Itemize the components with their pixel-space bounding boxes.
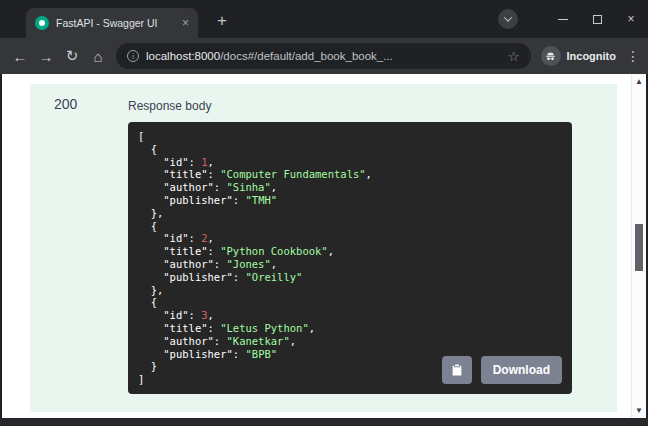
browser-tab[interactable]: FastAPI - Swagger UI × <box>26 8 198 38</box>
url-host: localhost:8000 <box>146 50 220 62</box>
download-button[interactable]: Download <box>481 356 562 384</box>
maximize-icon <box>593 15 602 24</box>
scroll-up-icon[interactable]: ▲ <box>635 77 643 86</box>
vertical-scrollbar[interactable]: ▲ ▼ <box>631 74 646 418</box>
response-body-block: [ { "id": 1, "title": "Computer Fundamen… <box>128 122 572 394</box>
browser-window: FastAPI - Swagger UI × + × ← → ↻ ⌂ i loc… <box>0 0 648 426</box>
forward-button[interactable]: → <box>33 48 59 65</box>
back-button[interactable]: ← <box>7 48 33 65</box>
tab-search-button[interactable] <box>498 9 518 29</box>
minimize-button[interactable] <box>546 0 580 38</box>
chevron-down-icon <box>504 13 512 21</box>
scroll-down-icon[interactable]: ▼ <box>635 406 643 415</box>
response-body-label: Response body <box>128 96 572 113</box>
copy-button[interactable] <box>442 356 472 384</box>
incognito-label: Incognito <box>567 50 617 62</box>
bookmark-star-icon[interactable]: ☆ <box>508 49 520 64</box>
minimize-icon <box>558 19 568 20</box>
url-text: localhost:8000/docs#/default/add_book_bo… <box>146 50 502 62</box>
response-body-code: [ { "id": 1, "title": "Computer Fundamen… <box>138 130 562 386</box>
kebab-menu-button[interactable]: ⋮ <box>625 48 641 64</box>
home-button[interactable]: ⌂ <box>85 48 111 65</box>
clipboard-icon <box>450 363 464 377</box>
tab-close-icon[interactable]: × <box>182 17 189 29</box>
address-bar[interactable]: i localhost:8000/docs#/default/add_book_… <box>116 43 531 69</box>
url-path: /docs#/default/add_book_book_... <box>220 50 393 62</box>
window-bottom-edge <box>0 418 648 426</box>
fastapi-favicon-icon <box>35 16 49 30</box>
scrollbar-thumb[interactable] <box>635 224 643 271</box>
reload-button[interactable]: ↻ <box>59 47 85 65</box>
titlebar: FastAPI - Swagger UI × + × <box>0 0 648 38</box>
page-content: 200 Response body [ { "id": 1, "title": … <box>0 74 648 418</box>
new-tab-button[interactable]: + <box>210 10 234 34</box>
status-code: 200 <box>30 96 128 400</box>
close-button[interactable]: × <box>614 0 648 38</box>
maximize-button[interactable] <box>580 0 614 38</box>
page-info-icon[interactable]: i <box>127 50 139 62</box>
response-panel: 200 Response body [ { "id": 1, "title": … <box>30 84 617 412</box>
tab-title: FastAPI - Swagger UI <box>56 17 175 29</box>
incognito-icon <box>541 46 561 66</box>
incognito-badge: Incognito <box>541 46 617 66</box>
browser-toolbar: ← → ↻ ⌂ i localhost:8000/docs#/default/a… <box>0 38 648 74</box>
